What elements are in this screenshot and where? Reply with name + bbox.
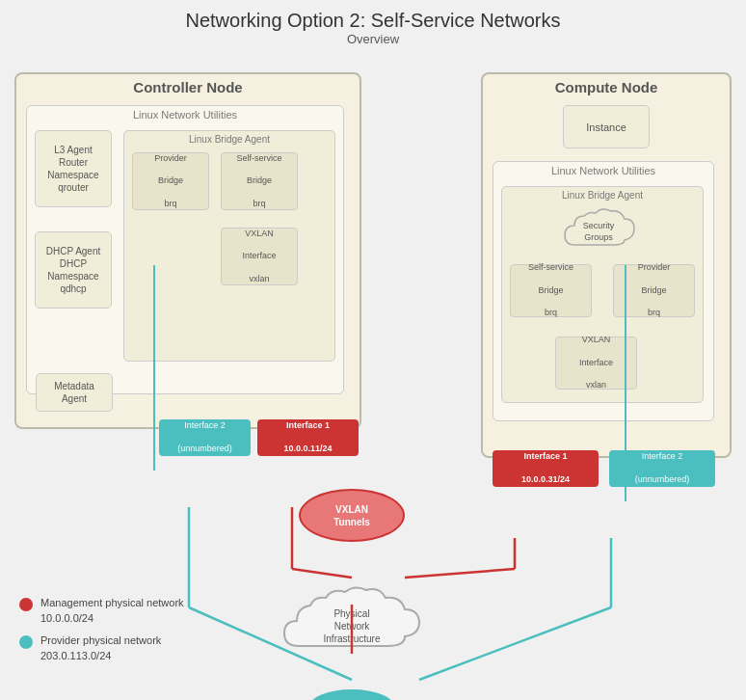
- lnu-compute-label: Linux Network Utilities: [493, 162, 713, 176]
- metadata-agent-box: MetadataAgent: [36, 373, 113, 412]
- vxlan-tunnels: VXLANTunnels: [299, 489, 405, 542]
- legend-management: Management physical network 10.0.0.0/24: [19, 596, 184, 626]
- management-dot: [19, 598, 33, 611]
- controller-node-label: Controller Node: [16, 74, 360, 95]
- lnu-controller: Linux Network Utilities L3 AgentRouterNa…: [26, 105, 344, 394]
- vxlan-tunnels-text: VXLANTunnels: [333, 503, 370, 528]
- l3-agent-text: L3 AgentRouterNamespaceqrouter: [47, 144, 98, 194]
- security-groups: Security Groups: [555, 202, 642, 255]
- vxlan-controller: VXLAN Interface vxlan: [221, 228, 298, 285]
- svg-text:Security: Security: [583, 221, 615, 230]
- provider-dot: [19, 635, 33, 649]
- main-title: Networking Option 2: Self-Service Networ…: [0, 10, 746, 32]
- svg-text:Infrastructure: Infrastructure: [324, 633, 381, 644]
- selfservice-bridge-controller: Self-service Bridge brq: [221, 152, 298, 210]
- interface2-compute: Interface 2 (unnumbered): [609, 450, 715, 487]
- internet-ellipse: Internet: [308, 689, 395, 700]
- provider-bridge-controller: Provider Bridge brq: [132, 152, 209, 210]
- lba-controller-label: Linux Bridge Agent: [124, 131, 334, 145]
- vxlan-compute: VXLAN Interface vxlan: [555, 337, 637, 390]
- svg-line-10: [405, 569, 515, 578]
- instance-box: Instance: [563, 105, 650, 148]
- provider-legend-text: Provider physical network 203.0.113.0/24: [40, 633, 161, 663]
- compute-node-label: Compute Node: [483, 74, 730, 95]
- legend: Management physical network 10.0.0.0/24 …: [19, 596, 184, 671]
- metadata-agent-text: MetadataAgent: [54, 380, 94, 405]
- l3-agent-box: L3 AgentRouterNamespaceqrouter: [35, 130, 112, 207]
- svg-line-8: [292, 569, 352, 578]
- lba-controller: Linux Bridge Agent Provider Bridge brq S…: [123, 130, 335, 362]
- diagram-area: Controller Node Linux Network Utilities …: [0, 63, 746, 700]
- svg-text:Physical: Physical: [333, 608, 369, 619]
- lnu-controller-label: Linux Network Utilities: [27, 106, 343, 121]
- interface2-controller: Interface 2 (unnumbered): [159, 419, 251, 456]
- svg-line-12: [419, 607, 611, 680]
- dhcp-agent-box: DHCP AgentDHCPNamespaceqdhcp: [35, 231, 112, 309]
- legend-provider: Provider physical network 203.0.113.0/24: [19, 633, 184, 663]
- lnu-compute: Linux Network Utilities Linux Bridge Age…: [493, 161, 714, 421]
- controller-node: Controller Node Linux Network Utilities …: [14, 72, 361, 429]
- title-area: Networking Option 2: Self-Service Networ…: [0, 0, 746, 46]
- interface1-compute: Interface 1 10.0.0.31/24: [493, 450, 599, 487]
- interface1-controller: Interface 1 10.0.0.11/24: [257, 419, 359, 456]
- dhcp-agent-text: DHCP AgentDHCPNamespaceqdhcp: [46, 245, 101, 295]
- lba-compute: Linux Bridge Agent Security Groups Self-…: [501, 186, 704, 403]
- provider-bridge-compute: Provider Bridge brq: [613, 264, 695, 317]
- physical-network: Physical Network Infrastructure: [270, 579, 434, 656]
- svg-text:Groups: Groups: [584, 232, 613, 242]
- management-legend-text: Management physical network 10.0.0.0/24: [40, 596, 184, 626]
- svg-text:Network: Network: [334, 621, 371, 632]
- selfservice-bridge-compute: Self-service Bridge brq: [510, 264, 592, 317]
- compute-node: Compute Node Instance Linux Network Util…: [481, 72, 732, 458]
- sub-title: Overview: [0, 32, 746, 46]
- lba-compute-label: Linux Bridge Agent: [502, 187, 703, 201]
